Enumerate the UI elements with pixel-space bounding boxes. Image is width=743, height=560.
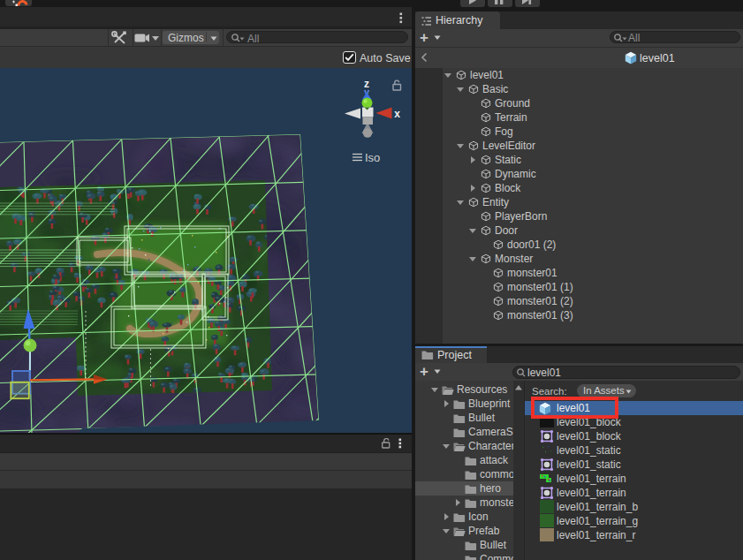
svg-text:Iso: Iso xyxy=(365,151,380,164)
svg-text:x: x xyxy=(394,108,400,120)
